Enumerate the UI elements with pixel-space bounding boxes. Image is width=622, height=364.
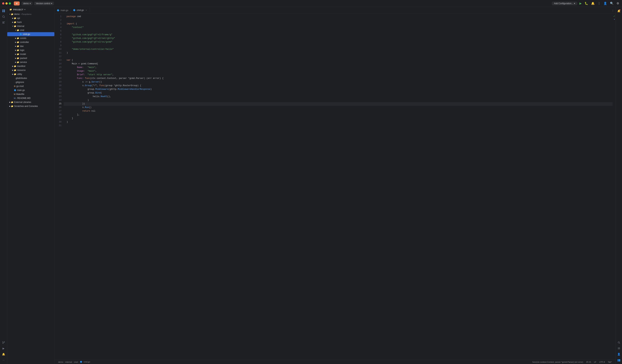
tree-item-api[interactable]: ▶ 📁 api [7,16,54,20]
code-line-6: "github.com/gogf/gf/v2/frame/g" [64,33,613,37]
folder-icon: 📁 [17,49,19,52]
sidebar-icon-run[interactable]: ▶ [1,346,6,351]
line-num-20: 20 [55,84,61,88]
folder-icon: 📁 [17,61,19,63]
run-button[interactable]: ▶ [579,1,582,6]
code-line-3: import ( [64,22,613,26]
tab-main-go-label: main.go [60,9,68,12]
sidebar-icon-search[interactable] [1,14,6,19]
editor-content: 1 2 3 4 5 6 7 8 9 10 11 12 13 14 15 16 1… [55,14,615,360]
sidebar-icon-more[interactable]: ··· [1,357,6,363]
close-button[interactable] [2,2,4,4]
arrow-icon [12,93,14,95]
code-line-15: Name: "main", [64,66,613,69]
tree-item-main-go[interactable]: 🔷 main.go [7,88,54,92]
go-file-icon: 🔷 [14,89,16,92]
tree-item-manifest[interactable]: ▶ 📁 manifest [7,64,54,68]
code-line-28: }, [64,113,613,117]
tree-item-cmd-folder[interactable]: ▾ 📁 cmd [7,28,54,32]
tree-item-external-libraries[interactable]: ▶ 📁 External Libraries [7,100,54,104]
code-line-1: package cmd [64,15,613,19]
folder-icon: 📁 [14,25,16,27]
tree-item-consts[interactable]: ▶ 📁 consts [7,36,54,40]
tree-item-gitattributes[interactable]: · .gitattributes [7,76,54,80]
line-num-24: 24 [55,98,61,102]
tab-close-icon[interactable]: × [85,9,87,11]
sidebar-icon-project[interactable] [1,8,6,14]
code-line-19: s := g.Server() [64,80,613,84]
tab-cmd-go-label: cmd.go [77,9,84,11]
project-dropdown[interactable]: demo ▾ [21,2,33,5]
arrow-icon: ▶ [15,41,17,43]
cursor-position-status[interactable]: 25:15 [584,360,593,364]
tree-item-utility[interactable]: ▶ 📁 utility [7,72,54,76]
add-configuration-button[interactable]: Add Configuration... ▾ [552,2,577,5]
tree-item-makefile[interactable]: M Makefile [7,92,54,96]
code-area[interactable]: package cmd import ( "context" "github.c… [64,14,613,360]
right-icon-plugins[interactable]: 👥 [616,357,622,363]
tree-item-dao[interactable]: ▶ 📁 dao [7,44,54,48]
line-num-4: 4 [55,26,61,29]
tree-item-resource[interactable]: ▶ 📁 resource [7,68,54,72]
tree-item-gitignore[interactable]: · .gitignore [7,80,54,84]
svg-rect-1 [4,10,5,11]
tree-item-cmd-go[interactable]: 🔷 cmd.go [7,32,54,36]
line-ending-status[interactable]: LF [593,360,598,364]
more-options-button[interactable]: ⋮ [597,1,601,6]
breadcrumb-cmd-go[interactable]: 🔷 cmd.go [80,361,90,363]
tab-cmd-go[interactable]: 🔷 cmd.go × [71,7,90,13]
search-button[interactable]: 🔍 [609,1,614,6]
tree-item-hack[interactable]: ▶ 📁 hack [7,20,54,24]
arrow-icon: ▾ [9,13,11,15]
arrow-icon: ▶ [15,61,17,63]
line-num-30: 30 [55,120,61,124]
sidebar-icon-notifications[interactable]: 🔔 [1,352,6,357]
maximize-button[interactable] [9,2,11,4]
tab-main-go[interactable]: 🔷 main.go [55,7,71,13]
profile-button[interactable]: 👤 [603,1,608,6]
breadcrumb: demo › internal › cmd › 🔷 cmd.go [57,361,92,363]
tree-item-demo[interactable]: ▾ 📁 demo ~/Temp/demo [7,12,54,16]
vcs-dropdown[interactable]: Version control ▾ [34,2,54,5]
tree-item-gomod[interactable]: ⚙ go.mod [7,84,54,88]
tree-item-readme[interactable]: M↓ README.MD [7,96,54,100]
indent-status[interactable]: Tab* [606,360,613,364]
tree-item-packed[interactable]: ▶ 📁 packed [7,56,54,60]
notifications-button[interactable]: 🔔 [590,1,595,6]
folder-icon: 📁 [14,17,16,19]
settings-button[interactable]: ⚙ [616,1,620,6]
tree-item-service[interactable]: ▶ 📁 service [7,60,54,64]
line-numbers: 1 2 3 4 5 6 7 8 9 10 11 12 13 14 15 16 1… [55,14,64,360]
right-icon-database[interactable] [616,346,622,351]
tab-bar: 🔷 main.go 🔷 cmd.go × ⋮ [55,7,615,14]
right-icon-search[interactable] [616,340,622,345]
arrow-icon: ▶ [15,53,17,55]
code-line-4: "context" [64,26,613,29]
tree-item-logic[interactable]: ▶ 📁 logic [7,48,54,52]
breadcrumb-demo[interactable]: demo [58,361,63,363]
right-icon-structure[interactable]: 👤 [616,352,622,357]
line-num-5: 5 [55,29,61,33]
sidebar-icon-structure[interactable] [1,20,6,25]
bell-icon: 🔔 [591,2,595,5]
tree-item-controller[interactable]: ▶ 📁 controller [7,40,54,44]
tree-item-model[interactable]: ▶ 📁 model [7,52,54,56]
svg-rect-3 [4,11,5,12]
encoding-status[interactable]: UTF-8 [598,360,606,364]
breadcrumb-internal[interactable]: internal [65,361,72,363]
code-line-25: }) [64,102,613,106]
tab-more-button[interactable]: ⋮ [610,7,615,13]
arrow-icon: ▶ [12,21,14,23]
breadcrumb-cmd[interactable]: cmd [74,361,78,363]
code-line-14: Main = gcmd.Command{ [64,62,613,66]
minimize-button[interactable] [5,2,8,4]
debug-button[interactable]: 🐛 [584,1,589,6]
svg-point-15 [618,347,620,348]
right-gutter: ✓ [613,14,615,360]
svg-line-5 [4,17,5,18]
tree-item-internal[interactable]: ▾ 📁 internal [7,24,54,28]
sidebar-icon-git[interactable] [1,340,6,345]
right-icon-notifications[interactable]: 🔔 [616,8,622,14]
func-signature-status[interactable]: func(ctx context.Context, parser *gcmd.P… [531,360,585,364]
tree-item-scratches[interactable]: ▶ 📁 Scratches and Consoles [7,104,54,108]
